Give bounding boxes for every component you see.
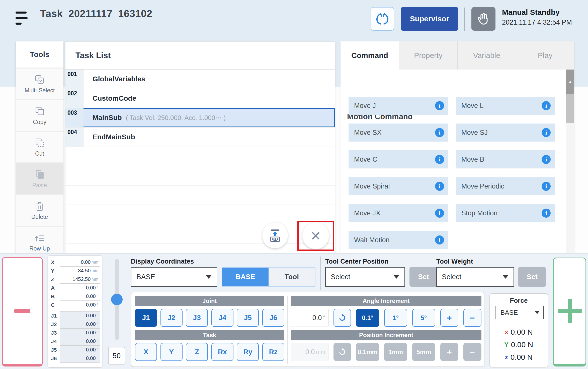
- tool-weight-select[interactable]: Select: [436, 267, 514, 287]
- toggle-base[interactable]: BASE: [222, 268, 269, 286]
- force-frame-select[interactable]: BASE: [495, 306, 544, 319]
- tool-delete-button[interactable]: Delete: [16, 195, 63, 226]
- info-icon[interactable]: i: [542, 182, 551, 191]
- position-reset-button[interactable]: [333, 343, 351, 361]
- position-increment-input[interactable]: 0.0 mm: [291, 343, 328, 361]
- jog-minus-button[interactable]: [2, 257, 43, 366]
- toggle-tool[interactable]: Tool: [269, 268, 315, 286]
- virtual-keyboard-button[interactable]: [262, 223, 288, 248]
- position-unit: mm: [316, 349, 325, 355]
- position-minus-button[interactable]: −: [463, 343, 481, 361]
- plus-icon: [558, 309, 582, 313]
- jog-z-button[interactable]: Z: [186, 343, 208, 361]
- tool-paste-button[interactable]: Paste: [16, 163, 63, 194]
- tab-command[interactable]: Command: [341, 41, 399, 70]
- move-sj-button[interactable]: Move SJ i: [456, 124, 555, 142]
- angle-preset-0.1-button[interactable]: 0.1°: [356, 309, 379, 327]
- info-icon[interactable]: i: [542, 209, 551, 218]
- force-x-row: x 0.00 N: [490, 327, 548, 337]
- position-preset-0.1mm-button[interactable]: 0.1mm: [356, 343, 379, 361]
- tool-multi-select-button[interactable]: Multi-Select: [16, 69, 63, 99]
- coord-row: J1 0.00°: [50, 312, 100, 320]
- angle-increment-header: Angle Increment: [291, 296, 481, 306]
- tool-row-up-button[interactable]: Row Up: [16, 227, 63, 253]
- jog-j5-button[interactable]: J5: [237, 309, 259, 327]
- move-spiral-button[interactable]: Move Spiral i: [349, 177, 448, 195]
- position-increment-row: 0.0 mm 0.1mm 1mm 5mm + −: [291, 343, 481, 361]
- info-icon[interactable]: i: [435, 155, 444, 164]
- jog-y-button[interactable]: Y: [160, 343, 183, 361]
- coord-label: X: [50, 258, 60, 267]
- section-divider: [320, 257, 321, 290]
- task-row[interactable]: 004 EndMainSub: [65, 128, 335, 147]
- angle-reset-button[interactable]: [333, 309, 351, 327]
- jog-x-button[interactable]: X: [135, 343, 157, 361]
- tool-center-position-select[interactable]: Select: [325, 267, 405, 287]
- info-icon[interactable]: i: [435, 209, 444, 218]
- move-sx-button[interactable]: Move SX i: [349, 124, 448, 142]
- jog-j4-button[interactable]: J4: [211, 309, 233, 327]
- position-plus-button[interactable]: +: [440, 343, 458, 361]
- tab-property[interactable]: Property: [399, 41, 457, 70]
- info-icon[interactable]: i: [542, 128, 551, 137]
- angle-preset-1-button[interactable]: 1°: [384, 309, 407, 327]
- close-button[interactable]: [302, 222, 329, 249]
- tool-cut-button[interactable]: Cut: [16, 132, 63, 162]
- tab-play[interactable]: Play: [516, 41, 574, 70]
- info-icon[interactable]: i: [542, 155, 551, 164]
- jog-j2-button[interactable]: J2: [160, 309, 183, 327]
- tool-label: Cut: [35, 150, 44, 157]
- angle-unit: °: [323, 315, 325, 321]
- tool-center-position-set-button[interactable]: Set: [409, 267, 438, 287]
- coord-label: J1: [50, 312, 60, 320]
- supervisor-button[interactable]: Supervisor: [401, 7, 458, 31]
- position-preset-5mm-button[interactable]: 5mm: [412, 343, 435, 361]
- task-row[interactable]: 001 GlobalVariables: [65, 70, 335, 89]
- move-j-button[interactable]: Move J i: [349, 97, 448, 115]
- move-periodic-button[interactable]: Move Periodic i: [456, 177, 555, 195]
- move-l-button[interactable]: Move L i: [456, 97, 555, 115]
- scrollbar-thumb[interactable]: [566, 94, 574, 123]
- display-coordinates-select[interactable]: BASE: [131, 267, 217, 287]
- gripper-button[interactable]: [371, 7, 394, 31]
- task-row-number: 002: [65, 89, 83, 108]
- task-row[interactable]: 002 CustomCode: [65, 89, 335, 108]
- angle-minus-button[interactable]: −: [463, 309, 481, 327]
- command-scrollbar[interactable]: ▲: [566, 70, 574, 253]
- angle-plus-button[interactable]: +: [440, 309, 458, 327]
- info-icon[interactable]: i: [435, 182, 444, 191]
- move-jx-button[interactable]: Move JX i: [349, 204, 448, 222]
- scroll-up-button[interactable]: ▲: [566, 70, 574, 94]
- tab-variable[interactable]: Variable: [457, 41, 516, 70]
- coord-unit: °: [97, 356, 98, 361]
- wait-motion-button[interactable]: Wait Motion i: [349, 231, 448, 249]
- info-icon[interactable]: i: [435, 101, 444, 110]
- move-c-button[interactable]: Move C i: [349, 150, 448, 168]
- hamburger-menu-icon[interactable]: [16, 12, 29, 27]
- info-icon[interactable]: i: [542, 101, 551, 110]
- jog-rx-button[interactable]: Rx: [211, 343, 233, 361]
- jog-j1-button[interactable]: J1: [135, 309, 157, 327]
- angle-preset-5-button[interactable]: 5°: [412, 309, 435, 327]
- info-icon[interactable]: i: [435, 128, 444, 137]
- coord-number: 0.00: [86, 313, 96, 319]
- info-icon[interactable]: i: [435, 235, 444, 244]
- speed-slider-knob[interactable]: [111, 294, 123, 305]
- move-b-button[interactable]: Move B i: [456, 150, 555, 168]
- jog-j6-button[interactable]: J6: [262, 309, 284, 327]
- coord-row: J5 0.00°: [50, 346, 100, 354]
- angle-increment-input[interactable]: 0.0 °: [291, 309, 328, 327]
- jog-j3-button[interactable]: J3: [186, 309, 208, 327]
- jog-rz-button[interactable]: Rz: [262, 343, 284, 361]
- jog-plus-button[interactable]: [553, 258, 586, 366]
- chevron-down-icon: [393, 275, 399, 279]
- tool-copy-button[interactable]: Copy: [16, 100, 63, 131]
- jog-ry-button[interactable]: Ry: [237, 343, 259, 361]
- tool-weight-set-button[interactable]: Set: [518, 267, 546, 287]
- manual-mode-button[interactable]: [471, 7, 495, 31]
- stop-motion-button[interactable]: Stop Motion i: [456, 204, 555, 222]
- tool-label: Multi-Select: [25, 87, 55, 94]
- position-preset-1mm-button[interactable]: 1mm: [384, 343, 407, 361]
- task-row-selected[interactable]: 003 MainSub ( Task Vel. 250.000, Acc. 1.…: [65, 108, 335, 128]
- speed-value-box[interactable]: 50: [108, 347, 125, 364]
